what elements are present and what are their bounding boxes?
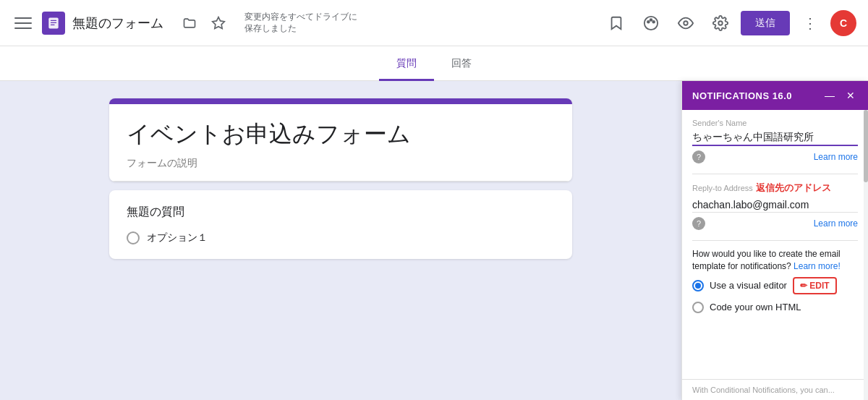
notifications-body: Sender's Name ? Learn more Reply-to Addr… — [682, 110, 868, 379]
form-description-input[interactable] — [127, 157, 555, 169]
notifications-header-buttons: — ✕ — [822, 88, 858, 103]
minimize-button[interactable]: — — [822, 88, 838, 103]
code-own-radio[interactable] — [692, 302, 704, 313]
visual-editor-label: Use a visual editor — [710, 280, 787, 291]
radio-option-1[interactable] — [127, 231, 140, 244]
hamburger-icon — [14, 14, 32, 32]
divider-1 — [692, 174, 858, 174]
sender-name-input[interactable] — [692, 130, 858, 146]
form-card-header: イベントお申込みフォーム — [109, 104, 572, 182]
sender-name-section: Sender's Name ? Learn more — [692, 119, 858, 163]
scrollbar[interactable] — [864, 110, 868, 400]
svg-marker-4 — [213, 17, 225, 28]
option-1-label: オプション１ — [147, 231, 208, 244]
visual-editor-radio[interactable] — [692, 280, 704, 292]
radio-dot — [695, 283, 701, 289]
scrollbar-thumb — [864, 110, 868, 182]
form-area: イベントお申込みフォーム 無題の質問 オプション１ — [0, 81, 681, 400]
svg-point-8 — [652, 20, 655, 22]
reply-to-highlight: 返信先のアドレス — [756, 182, 831, 195]
tabs-bar: 質問 回答 — [0, 46, 868, 81]
template-learn-more-link[interactable]: Learn more! — [793, 261, 841, 271]
more-options-button[interactable]: ⋮ — [796, 9, 825, 38]
question-card: 無題の質問 オプション１ — [109, 190, 572, 259]
form-title-card: イベントお申込みフォーム — [109, 98, 572, 182]
star-button[interactable] — [207, 12, 230, 35]
header-left: 無題のフォーム 変更内容をすべてドライブに 保存しました — [12, 12, 357, 35]
close-button[interactable]: ✕ — [843, 88, 858, 103]
help-icon-1[interactable]: ? — [692, 150, 705, 163]
header-right: 送信 ⋮ C — [602, 9, 856, 38]
reply-to-input[interactable] — [692, 197, 858, 213]
header: 無題のフォーム 変更内容をすべてドライブに 保存しました 送信 ⋮ C — [0, 0, 868, 46]
template-question-text: How would you like to create the email t… — [692, 248, 858, 273]
learn-more-link-1[interactable]: Learn more — [814, 152, 858, 162]
svg-rect-1 — [51, 20, 56, 20]
template-section: How would you like to create the email t… — [692, 248, 858, 313]
svg-rect-3 — [51, 24, 55, 25]
tab-responses[interactable]: 回答 — [434, 48, 489, 81]
tab-questions[interactable]: 質問 — [379, 48, 434, 81]
reply-to-section: Reply-to Address 返信先のアドレス ? Learn more — [692, 182, 858, 230]
notifications-panel: NOTIFICATIONS 16.0 — ✕ Sender's Name ? L… — [681, 81, 868, 400]
bookmark-button[interactable] — [602, 9, 631, 38]
notifications-title: NOTIFICATIONS 16.0 — [692, 90, 792, 101]
form-title-text: イベントお申込みフォーム — [127, 119, 555, 150]
edit-button[interactable]: ✏ EDIT — [793, 277, 837, 294]
help-icon-2[interactable]: ? — [692, 217, 705, 230]
reply-to-label: Reply-to Address — [692, 184, 753, 192]
folder-button[interactable] — [178, 12, 201, 35]
code-own-label: Code your own HTML — [710, 302, 801, 312]
save-message: 変更内容をすべてドライブに 保存しました — [244, 12, 357, 34]
learn-more-link-2[interactable]: Learn more — [814, 218, 858, 229]
reply-label-row: Reply-to Address 返信先のアドレス — [692, 182, 858, 195]
palette-button[interactable] — [637, 9, 665, 38]
svg-point-9 — [684, 21, 688, 25]
main-area: イベントお申込みフォーム 無題の質問 オプション１ NOTIFICATIONS … — [0, 81, 868, 400]
notifications-header: NOTIFICATIONS 16.0 — ✕ — [682, 81, 868, 110]
preview-button[interactable] — [671, 9, 700, 38]
svg-point-6 — [647, 20, 650, 22]
svg-rect-2 — [51, 22, 56, 22]
svg-point-7 — [650, 19, 652, 21]
sender-help-row: ? Learn more — [692, 150, 858, 163]
form-logo — [42, 12, 65, 35]
form-title: 無題のフォーム — [72, 14, 163, 32]
visual-editor-option: Use a visual editor ✏ EDIT — [692, 277, 858, 294]
option-row: オプション１ — [127, 231, 555, 244]
avatar[interactable]: C — [830, 10, 856, 36]
svg-point-10 — [718, 21, 723, 25]
question-title: 無題の質問 — [127, 205, 555, 220]
bottom-note: With Conditional Notifications, you can.… — [682, 379, 868, 400]
code-own-option: Code your own HTML — [692, 302, 858, 313]
menu-button[interactable] — [12, 12, 35, 35]
divider-2 — [692, 240, 858, 241]
reply-help-row: ? Learn more — [692, 217, 858, 230]
sender-name-label: Sender's Name — [692, 119, 858, 127]
settings-button[interactable] — [706, 9, 735, 38]
send-button[interactable]: 送信 — [741, 11, 790, 35]
header-icons — [178, 12, 230, 35]
